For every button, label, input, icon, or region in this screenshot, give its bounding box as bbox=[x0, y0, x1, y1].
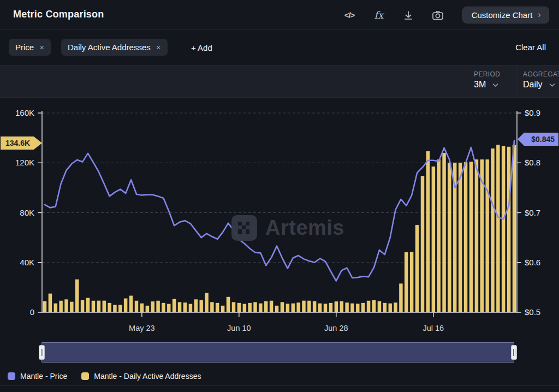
bar bbox=[388, 303, 392, 312]
add-metric-button[interactable]: + Add bbox=[191, 43, 212, 52]
navigator-left-handle[interactable] bbox=[39, 345, 45, 360]
right-axis-tick: $0.5 bbox=[525, 307, 540, 317]
x-axis-tick: May 23 bbox=[129, 324, 155, 332]
bar bbox=[64, 299, 68, 312]
navigator-selection[interactable] bbox=[41, 342, 514, 363]
bar bbox=[431, 167, 435, 312]
x-axis-tick: Jun 10 bbox=[227, 324, 251, 332]
customize-chart-button[interactable]: Customize Chart › bbox=[462, 7, 549, 23]
right-axis-tick: $0.9 bbox=[525, 108, 540, 117]
legend-item-price[interactable]: Mantle - Price bbox=[8, 372, 67, 381]
bar bbox=[361, 303, 365, 312]
bar bbox=[410, 252, 414, 312]
bar bbox=[162, 303, 165, 312]
bar bbox=[485, 159, 489, 312]
bar bbox=[129, 295, 133, 312]
close-icon[interactable]: × bbox=[39, 43, 44, 52]
period-value: 3M bbox=[474, 80, 486, 90]
bar bbox=[513, 145, 516, 312]
bar bbox=[81, 300, 85, 312]
bar bbox=[377, 301, 381, 312]
bar bbox=[91, 301, 95, 312]
bar bbox=[118, 305, 122, 312]
bar bbox=[227, 296, 230, 312]
aggregate-label: AGGREGATE bbox=[523, 70, 559, 78]
bar bbox=[426, 151, 430, 312]
bar bbox=[302, 300, 306, 312]
right-axis-tick: $0.6 bbox=[525, 258, 540, 267]
bar bbox=[459, 163, 462, 312]
left-axis-tick: 40K bbox=[20, 258, 34, 267]
legend-item-daa[interactable]: Mantle - Daily Active Addresses bbox=[81, 372, 201, 381]
bar bbox=[291, 303, 295, 312]
bar bbox=[372, 300, 376, 312]
legend-price-label: Mantle - Price bbox=[20, 372, 67, 381]
camera-icon[interactable] bbox=[431, 9, 444, 22]
bar bbox=[264, 301, 268, 312]
bar bbox=[507, 147, 511, 312]
bar bbox=[259, 303, 263, 312]
price-line-series bbox=[45, 140, 514, 281]
bar bbox=[275, 306, 279, 312]
bar bbox=[43, 301, 46, 312]
bar bbox=[145, 306, 149, 312]
bar bbox=[502, 146, 506, 312]
bar bbox=[231, 302, 235, 312]
bar bbox=[194, 299, 198, 312]
customize-chart-label: Customize Chart bbox=[472, 10, 533, 20]
price-swatch bbox=[8, 372, 15, 380]
bar bbox=[178, 302, 182, 312]
bar bbox=[48, 293, 52, 312]
bar bbox=[135, 301, 139, 312]
current-value-tag-addresses: 134.6K bbox=[1, 136, 42, 150]
bar bbox=[59, 301, 63, 312]
aggregate-control: AGGREGATE Daily bbox=[516, 66, 559, 97]
bar bbox=[205, 293, 209, 312]
bar bbox=[313, 301, 317, 312]
header-actions: </> fx bbox=[343, 0, 444, 30]
bar bbox=[173, 299, 176, 312]
daa-swatch bbox=[81, 372, 89, 380]
bar bbox=[221, 306, 225, 312]
bar bbox=[97, 300, 100, 312]
chip-daily-active-addresses[interactable]: Daily Active Addresses × bbox=[61, 39, 168, 56]
bar bbox=[270, 301, 273, 312]
bar bbox=[113, 305, 117, 312]
bar bbox=[70, 301, 74, 312]
bar bbox=[248, 303, 252, 312]
bar bbox=[307, 301, 311, 312]
bar bbox=[383, 303, 386, 312]
bar bbox=[286, 304, 289, 312]
bar bbox=[253, 302, 257, 312]
bar bbox=[464, 162, 468, 312]
bar bbox=[296, 302, 300, 312]
bar bbox=[183, 302, 187, 312]
bottom-divider bbox=[0, 385, 559, 386]
bar bbox=[199, 300, 203, 312]
chart-legend: Mantle - Price Mantle - Daily Active Add… bbox=[8, 372, 201, 381]
chip-daa-label: Daily Active Addresses bbox=[68, 43, 151, 52]
bar bbox=[491, 149, 495, 312]
bar bbox=[53, 303, 57, 312]
artemis-watermark: Artemis bbox=[231, 215, 344, 241]
bar bbox=[345, 302, 349, 312]
formula-icon[interactable]: fx bbox=[372, 9, 385, 22]
period-dropdown[interactable]: 3M bbox=[474, 80, 516, 90]
navigator-right-handle[interactable] bbox=[511, 345, 517, 360]
bar bbox=[442, 153, 446, 312]
chip-price-label: Price bbox=[15, 43, 34, 52]
bar bbox=[216, 303, 219, 312]
bar bbox=[108, 303, 111, 312]
download-icon[interactable] bbox=[402, 9, 415, 22]
bar bbox=[394, 302, 397, 312]
aggregate-dropdown[interactable]: Daily bbox=[523, 80, 559, 90]
x-axis-tick: Jul 16 bbox=[423, 324, 444, 332]
close-icon[interactable]: × bbox=[156, 43, 161, 52]
bar bbox=[242, 304, 246, 312]
clear-all-button[interactable]: Clear All bbox=[515, 43, 546, 52]
chip-price[interactable]: Price × bbox=[9, 39, 51, 56]
bar bbox=[340, 301, 343, 312]
chevron-right-icon: › bbox=[538, 9, 541, 20]
legend-daa-label: Mantle - Daily Active Addresses bbox=[94, 372, 201, 381]
embed-code-icon[interactable]: </> bbox=[343, 9, 356, 22]
